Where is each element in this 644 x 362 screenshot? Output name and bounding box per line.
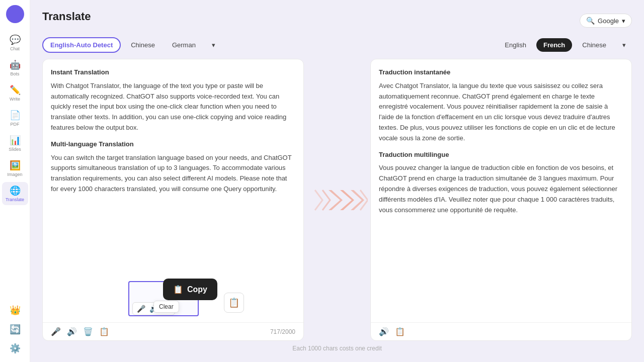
slides-icon: 📊 — [10, 135, 21, 146]
sidebar-item-crown[interactable]: 👑 — [2, 302, 28, 319]
sidebar: 💬 Chat 🤖 Bots ✏️ Write 📄 PDF 📊 Slides 🖼️… — [0, 0, 30, 362]
source-section-text-1: With Chatgot Translator, the language of… — [51, 81, 295, 133]
source-section-text-2: You can switch the target translation la… — [51, 153, 295, 195]
arrows-svg — [312, 185, 368, 215]
sidebar-label-bots: Bots — [10, 71, 19, 76]
translation-arrows — [310, 59, 370, 341]
sidebar-item-translate[interactable]: 🌐 Translate — [2, 182, 28, 205]
copy-icon[interactable]: 📋 — [99, 327, 109, 336]
copy-icon-in-popup: 📋 — [173, 285, 183, 294]
page-title: Translate — [42, 10, 91, 23]
mini-icons-area: 📋 — [224, 293, 244, 313]
chat-icon: 💬 — [10, 34, 21, 45]
copy-popup[interactable]: 📋 Copy — [163, 279, 217, 300]
top-row: Translate 🔍 Google ▾ — [42, 10, 632, 31]
sidebar-item-bots[interactable]: 🤖 Bots — [2, 56, 28, 79]
target-panel-content: Traduction instantanée Avec Chatgot Tran… — [371, 59, 631, 322]
target-section-text-2: Vous pouvez changer la langue de traduct… — [379, 163, 623, 215]
target-copy-icon[interactable]: 📋 — [395, 327, 405, 336]
sidebar-item-chat[interactable]: 💬 Chat — [2, 31, 28, 54]
avatar[interactable] — [6, 5, 24, 23]
target-section-text-1: Avec Chatgot Translator, la langue du te… — [379, 81, 623, 144]
target-section-title-1: Traduction instantanée — [379, 67, 623, 78]
google-label: Google — [598, 17, 619, 25]
mini-copy-button[interactable]: 📋 — [224, 293, 244, 313]
target-tab-french[interactable]: French — [536, 38, 572, 52]
settings-icon: ⚙️ — [10, 343, 21, 354]
source-tab-english-auto[interactable]: English-Auto Detect — [42, 37, 121, 53]
sidebar-bottom: 👑 🔄 ⚙️ — [2, 302, 28, 357]
translation-panels: Instant Translation With Chatgot Transla… — [42, 59, 632, 341]
char-count: 717/2000 — [270, 328, 295, 335]
target-tab-chinese[interactable]: Chinese — [575, 38, 613, 52]
target-section-title-2: Traduction multilingue — [379, 150, 623, 160]
credits-note: Each 1000 chars costs one credit — [42, 345, 632, 352]
translate-icon: 🌐 — [10, 185, 21, 196]
copy-label: Copy — [187, 285, 207, 294]
imagen-icon: 🖼️ — [10, 160, 21, 171]
trash-icon[interactable]: 🗑️ — [83, 327, 93, 336]
sidebar-label-pdf: PDF — [11, 122, 20, 127]
target-lang-dropdown[interactable]: ▾ — [616, 38, 632, 52]
sidebar-label-chat: Chat — [10, 46, 20, 51]
google-chevron-icon: ▾ — [622, 17, 625, 25]
main-content: Translate 🔍 Google ▾ English-Auto Detect… — [30, 0, 644, 362]
write-icon: ✏️ — [10, 84, 21, 96]
clear-tooltip: Clear — [153, 301, 179, 313]
mic-icon[interactable]: 🎤 — [51, 327, 61, 336]
source-tab-chinese[interactable]: Chinese — [124, 38, 162, 52]
sidebar-item-settings[interactable]: ⚙️ — [2, 340, 28, 357]
target-panel-footer: 🔊 📋 — [371, 322, 631, 340]
source-section-title-2: Multi-language Translation — [51, 139, 295, 150]
bots-icon: 🤖 — [10, 59, 21, 70]
mic-small-icon[interactable]: 🎤 — [137, 305, 145, 313]
crown-icon: 👑 — [10, 305, 21, 316]
google-icon: 🔍 — [586, 17, 595, 25]
sidebar-item-slides[interactable]: 📊 Slides — [2, 132, 28, 155]
refresh-icon: 🔄 — [10, 324, 21, 335]
source-dropdown-chevron: ▾ — [212, 41, 215, 49]
sidebar-item-pdf[interactable]: 📄 PDF — [2, 107, 28, 130]
source-panel-footer: 🎤 🔊 🗑️ 📋 717/2000 — [43, 322, 303, 340]
source-panel: Instant Translation With Chatgot Transla… — [42, 59, 304, 341]
source-lang-dropdown[interactable]: ▾ — [206, 38, 221, 52]
sidebar-label-slides: Slides — [9, 147, 21, 152]
sidebar-label-imagen: Imagen — [7, 172, 22, 177]
lang-tabs-row: English-Auto Detect Chinese German ▾ Eng… — [42, 37, 632, 53]
google-badge[interactable]: 🔍 Google ▾ — [580, 14, 632, 28]
sidebar-label-write: Write — [10, 97, 20, 102]
target-panel: Traduction instantanée Avec Chatgot Tran… — [370, 59, 632, 341]
target-dropdown-chevron: ▾ — [622, 41, 626, 49]
speaker-icon[interactable]: 🔊 — [67, 327, 77, 336]
sidebar-item-refresh[interactable]: 🔄 — [2, 321, 28, 338]
sidebar-label-translate: Translate — [6, 197, 24, 202]
source-lang-tabs: English-Auto Detect Chinese German ▾ — [42, 37, 221, 53]
pdf-icon: 📄 — [10, 110, 21, 121]
sidebar-item-write[interactable]: ✏️ Write — [2, 81, 28, 105]
target-footer-icons: 🔊 📋 — [379, 327, 405, 336]
source-tab-german[interactable]: German — [165, 38, 203, 52]
target-tab-english[interactable]: English — [498, 38, 533, 52]
target-speaker-icon[interactable]: 🔊 — [379, 327, 389, 336]
source-section-title-1: Instant Translation — [51, 67, 295, 78]
source-footer-icons: 🎤 🔊 🗑️ 📋 — [51, 327, 109, 336]
target-lang-tabs: English French Chinese ▾ — [498, 37, 632, 53]
sidebar-item-imagen[interactable]: 🖼️ Imagen — [2, 157, 28, 180]
